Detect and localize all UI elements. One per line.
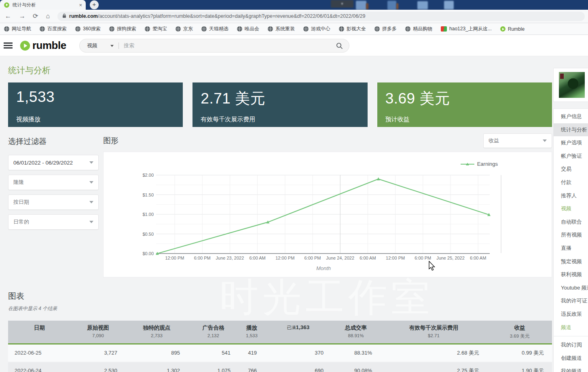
bookmark-item[interactable]: 游戏中心: [303, 25, 330, 32]
column-subtotal: 2,733: [127, 333, 186, 338]
column-subtotal: 7,090: [72, 333, 124, 338]
sidebar-item[interactable]: 我的许可证: [554, 294, 588, 308]
rumble-logo[interactable]: rumble: [19, 39, 66, 52]
svg-text:June 25, 2022: June 25, 2022: [436, 256, 465, 260]
bookmark-item[interactable]: 系统重装: [268, 25, 295, 32]
search-icon[interactable]: [336, 42, 343, 49]
sidebar-item: 视频: [554, 202, 588, 216]
filter-dropdown-value: 日常的: [13, 218, 29, 226]
sidebar-item[interactable]: 所有视频: [554, 228, 588, 242]
sidebar-item[interactable]: 违反政策: [554, 308, 588, 321]
back-icon[interactable]: ←: [5, 13, 11, 19]
chart-legend: Earnings: [461, 161, 498, 167]
graph-panel: 图形 收益 Earnings 12:00 PM6:00 PMJune 23, 2…: [103, 136, 552, 277]
filter-dropdown[interactable]: 06/01/2022 - 06/29/2022: [8, 155, 99, 170]
globe-icon: [4, 26, 9, 32]
sidebar-item[interactable]: 我的频道: [554, 365, 588, 372]
bookmark-label: 搜狗搜索: [117, 25, 136, 32]
search-category-select[interactable]: 视频: [87, 42, 97, 49]
bookmark-item[interactable]: 网址导航: [4, 25, 31, 32]
svg-text:$2.00: $2.00: [142, 173, 154, 178]
bookmark-item[interactable]: 百度搜索: [40, 25, 67, 32]
new-tab-button[interactable]: +: [90, 0, 99, 9]
column-subtotal: $2.71: [382, 333, 486, 338]
bookmark-item[interactable]: hao123_上网从这...: [441, 25, 492, 32]
filter-dropdown[interactable]: 日常的: [8, 214, 99, 230]
table-cell: 2,530: [71, 362, 125, 372]
chevron-down-icon: [89, 201, 93, 203]
sidebar-item[interactable]: 交易: [554, 163, 588, 176]
bookmark-item[interactable]: Rumble: [500, 26, 525, 32]
hamburger-menu-icon[interactable]: [4, 42, 13, 50]
sidebar-item[interactable]: 付款: [554, 176, 588, 189]
bookmark-item[interactable]: 精品购物: [405, 25, 432, 32]
table-heading: 图表: [8, 291, 552, 302]
table-column-header[interactable]: 广告合格2,132: [188, 321, 239, 344]
sidebar-item[interactable]: 我的订阅: [554, 338, 588, 352]
address-bar[interactable]: rumble.com/account/stats-analytics?platf…: [57, 12, 585, 21]
sidebar-item[interactable]: 推荐人: [554, 189, 588, 203]
table-column-header[interactable]: 有效每千次展示费用$2.71: [380, 321, 487, 344]
avatar[interactable]: [559, 72, 585, 98]
table-column-header[interactable]: 原始视图7,090: [71, 321, 125, 344]
table-column-header[interactable]: 播放1,533: [239, 321, 265, 344]
metric-dropdown[interactable]: 收益: [483, 133, 552, 148]
tab-close-icon[interactable]: ×: [79, 2, 82, 8]
bookmark-item[interactable]: 天猫精选: [201, 25, 228, 32]
bookmark-item[interactable]: 爱淘宝: [145, 25, 167, 32]
sidebar-item[interactable]: 直播: [554, 242, 588, 255]
sidebar-divider: [554, 336, 588, 336]
sidebar-item[interactable]: 获利视频: [554, 268, 588, 281]
sidebar-menu: 账户信息统计与分析账户选项帐户验证交易付款推荐人视频自动联合所有视频直播预定视频…: [553, 108, 588, 372]
forward-icon[interactable]: →: [19, 13, 25, 19]
sidebar-item: 频道: [554, 321, 588, 334]
table-cell: 2.75 美元: [380, 362, 487, 372]
filter-dropdown[interactable]: 隆隆: [8, 175, 99, 190]
rumble-logo-icon: [19, 40, 31, 52]
search-input[interactable]: 搜索: [124, 42, 134, 49]
filter-dropdown-value: 06/01/2022 - 06/29/2022: [13, 160, 73, 166]
rumble-logo-text: rumble: [32, 39, 66, 52]
table-header-row: 日期原始视图7,090独特的观点2,733广告合格2,132播放1,533已满1…: [8, 321, 552, 344]
column-label: 原始视图: [72, 324, 124, 332]
bookmark-label: 360搜索: [83, 25, 101, 32]
sidebar-item[interactable]: 账户信息: [554, 110, 588, 123]
sidebar-item[interactable]: Youtube 频道: [554, 281, 588, 295]
bookmark-item[interactable]: 360搜索: [75, 25, 101, 32]
column-label: 总成交率: [333, 324, 379, 332]
bookmark-item[interactable]: 京东: [176, 25, 193, 32]
graph-heading: 图形: [103, 135, 118, 146]
bookmark-label: 京东: [183, 25, 193, 32]
sidebar-item[interactable]: 账户选项: [554, 136, 588, 150]
metric-dropdown-value: 收益: [489, 137, 499, 144]
svg-text:6:00 PM: 6:00 PM: [305, 256, 321, 260]
search-divider: [118, 42, 119, 49]
chevron-down-icon: [89, 161, 93, 164]
stat-card-label: 有效每千次展示费用: [201, 116, 255, 123]
table-column-header[interactable]: 收益3.69 美元: [487, 321, 552, 344]
sidebar-item[interactable]: 自动联合: [554, 216, 588, 229]
home-icon[interactable]: ⌂: [46, 13, 50, 19]
bookmark-item[interactable]: 唯品会: [237, 25, 259, 32]
sidebar-item[interactable]: 帐户验证: [554, 150, 588, 163]
browser-tab[interactable]: 统计与分析 ×: [0, 0, 86, 10]
table-cell: 1.90 美元: [487, 362, 552, 372]
search-bar[interactable]: 视频 搜索: [79, 39, 349, 53]
sidebar-item[interactable]: 预定视频: [554, 255, 588, 268]
bookmark-label: Rumble: [508, 26, 525, 32]
filter-dropdown[interactable]: 按日期: [8, 194, 99, 210]
table-cell: 766: [239, 362, 265, 372]
table-column-header[interactable]: 已满1,363: [265, 321, 332, 344]
bookmark-item[interactable]: 搜狗搜索: [109, 25, 136, 32]
sidebar-item[interactable]: 统计与分析: [554, 123, 588, 137]
rumble-icon: [500, 26, 506, 32]
bookmark-item[interactable]: 影视大全: [339, 25, 366, 32]
bookmark-item[interactable]: 拼多多: [374, 25, 397, 32]
table-column-header[interactable]: 日期: [8, 321, 71, 344]
reload-icon[interactable]: ⟳: [33, 13, 38, 19]
sidebar-item[interactable]: 创建频道: [554, 352, 588, 365]
table-column-header[interactable]: 总成交率88.91%: [332, 321, 380, 344]
column-subtotal: 88.91%: [333, 333, 379, 338]
table-column-header[interactable]: 独特的观点2,733: [125, 321, 188, 344]
bookmark-label: 网址导航: [12, 25, 31, 32]
